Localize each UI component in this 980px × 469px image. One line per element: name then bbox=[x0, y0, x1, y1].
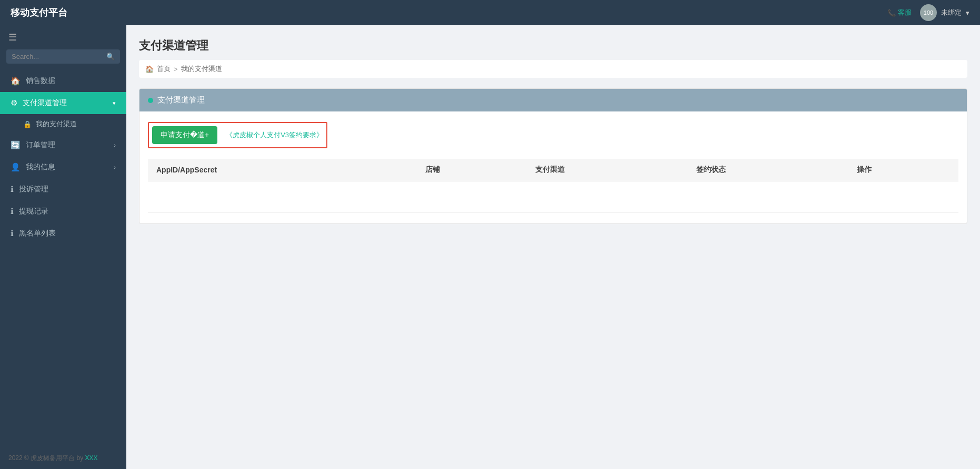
phone-icon: 📞 bbox=[887, 9, 896, 17]
payment-channel-card: 支付渠道管理 申请支付�道+ 《虎皮椒个人支付V3签约要求》 AppID/App… bbox=[139, 88, 967, 224]
sidebar-item-label: 支付渠道管理 bbox=[23, 98, 67, 108]
sidebar-item-withdraw[interactable]: ℹ 提现记录 bbox=[0, 200, 126, 222]
sidebar-footer: 2022 © 虎皮椒备用平台 by XXX bbox=[0, 447, 126, 469]
home-icon: 🏠 bbox=[11, 76, 21, 86]
user-icon: 👤 bbox=[11, 162, 21, 172]
sidebar-item-label: 销售数据 bbox=[26, 76, 55, 86]
channel-table: AppID/AppSecret 店铺 支付渠道 签约状态 操作 bbox=[148, 159, 958, 213]
header-dot bbox=[148, 98, 153, 103]
main-layout: ☰ 🔍 🏠 销售数据 ⚙ 支付渠道管理 ▾ 🔒 我的支付渠道 🔄 订单管理 › … bbox=[0, 25, 980, 469]
col-channel: 支付渠道 bbox=[527, 159, 688, 181]
col-status: 签约状态 bbox=[688, 159, 849, 181]
sidebar: ☰ 🔍 🏠 销售数据 ⚙ 支付渠道管理 ▾ 🔒 我的支付渠道 🔄 订单管理 › … bbox=[0, 25, 126, 469]
apply-channel-button[interactable]: 申请支付�道+ bbox=[152, 126, 217, 144]
sidebar-search-wrapper: 🔍 bbox=[6, 49, 120, 64]
sidebar-item-label: 我的支付渠道 bbox=[36, 119, 77, 129]
col-appid: AppID/AppSecret bbox=[148, 159, 417, 181]
user-menu[interactable]: 100 未绑定 ▾ bbox=[920, 4, 969, 21]
chevron-down-icon: ▾ bbox=[113, 100, 116, 107]
content-area: 支付渠道管理 🏠 首页 > 我的支付渠道 支付渠道管理 申请支付�道+ 《虎皮椒… bbox=[126, 25, 980, 469]
page-title: 支付渠道管理 bbox=[139, 38, 967, 54]
table-row bbox=[148, 181, 958, 213]
chevron-right-icon: › bbox=[114, 164, 116, 170]
contract-link[interactable]: 《虎皮椒个人支付V3签约要求》 bbox=[226, 130, 323, 140]
sidebar-item-label: 我的信息 bbox=[26, 162, 55, 172]
sidebar-item-label: 订单管理 bbox=[26, 140, 55, 150]
card-header-title: 支付渠道管理 bbox=[157, 95, 205, 105]
sidebar-item-sales[interactable]: 🏠 销售数据 bbox=[0, 70, 126, 92]
breadcrumb-home-icon: 🏠 bbox=[145, 65, 154, 73]
search-icon: 🔍 bbox=[106, 53, 115, 60]
service-label: 客服 bbox=[898, 8, 912, 17]
footer-text: 2022 © 虎皮椒备用平台 by bbox=[8, 454, 85, 462]
chevron-right-icon: › bbox=[114, 142, 116, 148]
sidebar-item-my-channel[interactable]: 🔒 我的支付渠道 bbox=[0, 114, 126, 134]
breadcrumb-current: 我的支付渠道 bbox=[181, 64, 222, 74]
sidebar-item-payment-channel[interactable]: ⚙ 支付渠道管理 ▾ bbox=[0, 92, 126, 114]
blacklist-icon: ℹ bbox=[11, 229, 14, 238]
sidebar-item-blacklist[interactable]: ℹ 黑名单列表 bbox=[0, 222, 126, 244]
col-shop: 店铺 bbox=[417, 159, 527, 181]
app-title: 移动支付平台 bbox=[11, 6, 67, 19]
sidebar-item-label: 投诉管理 bbox=[19, 185, 48, 194]
topbar: 移动支付平台 📞 客服 100 未绑定 ▾ bbox=[0, 0, 980, 25]
service-link[interactable]: 📞 客服 bbox=[887, 8, 912, 17]
sidebar-item-order[interactable]: 🔄 订单管理 › bbox=[0, 134, 126, 156]
sidebar-toggle[interactable]: ☰ bbox=[0, 25, 126, 49]
lock-icon: 🔒 bbox=[23, 120, 32, 128]
chevron-down-icon: ▾ bbox=[966, 9, 969, 17]
sidebar-item-complaint[interactable]: ℹ 投诉管理 bbox=[0, 178, 126, 200]
toolbar: 申请支付�道+ 《虎皮椒个人支付V3签约要求》 bbox=[148, 122, 327, 148]
user-label: 未绑定 bbox=[941, 8, 962, 17]
col-action: 操作 bbox=[848, 159, 958, 181]
sidebar-item-my-info[interactable]: 👤 我的信息 › bbox=[0, 156, 126, 178]
card-header: 支付渠道管理 bbox=[139, 89, 967, 111]
sidebar-item-label: 黑名单列表 bbox=[19, 229, 56, 238]
card-body: 申请支付�道+ 《虎皮椒个人支付V3签约要求》 AppID/AppSecret … bbox=[139, 111, 967, 223]
footer-link[interactable]: XXX bbox=[85, 454, 98, 462]
table-header-row: AppID/AppSecret 店铺 支付渠道 签约状态 操作 bbox=[148, 159, 958, 181]
breadcrumb-home-link[interactable]: 首页 bbox=[157, 64, 171, 74]
sidebar-item-label: 提现记录 bbox=[19, 207, 48, 216]
breadcrumb-separator: > bbox=[174, 65, 178, 73]
withdraw-icon: ℹ bbox=[11, 207, 14, 216]
avatar: 100 bbox=[920, 4, 937, 21]
order-icon: 🔄 bbox=[11, 140, 21, 150]
search-input[interactable] bbox=[12, 53, 103, 60]
breadcrumb: 🏠 首页 > 我的支付渠道 bbox=[139, 60, 967, 78]
gear-icon: ⚙ bbox=[11, 98, 17, 108]
topbar-right: 📞 客服 100 未绑定 ▾ bbox=[887, 4, 969, 21]
info-icon: ℹ bbox=[11, 185, 14, 194]
